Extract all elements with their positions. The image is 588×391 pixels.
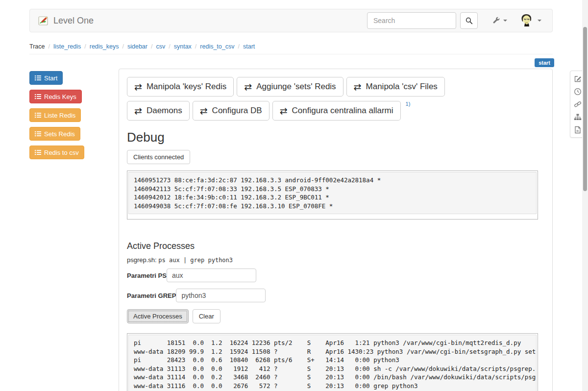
top-navbar: Level One <box>29 9 553 32</box>
debug-output-box: 1460951273 88:ce:fa:3d:2c:87 192.168.3.3… <box>127 171 538 220</box>
parametri-grep-label: Parametri GREP <box>127 292 176 299</box>
breadcrumb-link[interactable]: redis_to_csv <box>200 43 234 50</box>
nav-button[interactable]: ⇄ Configura centralina allarmi <box>272 101 401 121</box>
list-icon <box>35 94 41 99</box>
breadcrumb-link[interactable]: syntax <box>174 43 192 50</box>
avatar <box>520 13 534 28</box>
chevron-down-icon <box>538 20 541 22</box>
sidebar-item-label: Start <box>44 74 57 82</box>
nav-button[interactable]: ⇄ Daemons <box>127 101 190 121</box>
process-line: www-data 31114 0.0 0.2 3468 2460 ? S 20:… <box>134 373 531 382</box>
psgrep-description: psgrep.sh: ps aux | grep python3 <box>127 256 544 264</box>
nav-button-label: Daemons <box>147 106 182 116</box>
sidebar-item[interactable]: Redis Keys <box>29 90 82 103</box>
breadcrumb-separator: / <box>49 43 50 50</box>
exchange-icon: ⇄ <box>244 82 252 92</box>
sidebar-item-label: Liste Redis <box>44 112 75 119</box>
debug-output: 1460951273 88:ce:fa:3d:2c:87 192.168.3.3… <box>128 172 537 214</box>
process-output: pi 18151 0.0 1.2 16224 12236 pts/2 S Apr… <box>128 335 537 391</box>
active-processes-heading: Active Processes <box>127 241 544 251</box>
process-line: www-data 31113 0.0 0.0 1912 412 ? S 20:1… <box>134 365 531 373</box>
breadcrumb-link[interactable]: sidebar <box>127 43 147 50</box>
sitemap-icon[interactable] <box>573 113 582 121</box>
dokuwiki-logo-icon <box>37 15 49 26</box>
exchange-icon: ⇄ <box>280 106 288 116</box>
clients-connected-button[interactable]: Clients connected <box>127 150 190 164</box>
sidebar-item[interactable]: Redis to csv <box>29 146 84 159</box>
breadcrumb-prefix: Trace <box>29 43 45 50</box>
parametri-ps-input[interactable] <box>167 269 256 282</box>
psgrep-command: ps aux | grep python3 <box>158 257 233 264</box>
chevron-down-icon <box>503 20 507 22</box>
nav-button[interactable]: ⇄ Manipola 'csv' Files <box>346 77 445 97</box>
parametri-grep-row: Parametri GREP <box>127 289 544 302</box>
parametri-ps-row: Parametri PS <box>127 269 544 282</box>
clear-button[interactable]: Clear <box>193 309 220 323</box>
sidebar-item[interactable]: Start <box>29 71 63 85</box>
log-line: 1460949038 5c:cf:7f:07:08:fe 192.168.3.1… <box>134 202 531 211</box>
exchange-icon: ⇄ <box>134 106 142 116</box>
process-line: www-data 31116 0.0 0.0 2676 572 ? S 20:1… <box>134 382 531 391</box>
log-line: 1460942113 5c:cf:7f:07:08:33 192.168.3.5… <box>134 185 531 194</box>
wrench-icon <box>492 17 500 24</box>
user-dropdown[interactable] <box>520 13 541 28</box>
list-icon <box>35 131 41 137</box>
page-name-badge: start <box>535 58 554 67</box>
main-content-panel: ⇄ Manipola 'keys' Redis ⇄ Aggiunge 'sets… <box>119 69 553 391</box>
nav-button-label: Manipola 'keys' Redis <box>147 82 226 92</box>
breadcrumb-link[interactable]: liste_redis <box>53 43 81 50</box>
breadcrumb-separator: / <box>151 43 152 50</box>
log-line: 1460951273 88:ce:fa:3d:2c:87 192.168.3.3… <box>134 176 531 185</box>
process-line: www-data 18209 99.9 1.2 15924 11508 ? R … <box>134 347 531 356</box>
page: Level One <box>0 0 588 391</box>
site-title: Level One <box>53 16 94 26</box>
process-actions: Active Processes Clear <box>127 309 544 323</box>
log-line: 1460942012 18:fe:34:9b:c0:11 192.168.3.2… <box>134 193 531 202</box>
admin-tools-dropdown[interactable] <box>492 17 507 24</box>
exchange-icon: ⇄ <box>134 82 142 92</box>
list-icon <box>35 75 41 81</box>
breadcrumb-link[interactable]: csv <box>156 43 165 50</box>
list-icon <box>35 149 41 155</box>
search-icon <box>466 17 473 24</box>
sidebar-item[interactable]: Liste Redis <box>29 108 81 122</box>
nav-button[interactable]: ⇄ Manipola 'keys' Redis <box>127 77 234 97</box>
nav-button[interactable]: ⇄ Configura DB <box>193 101 270 121</box>
breadcrumb-separator: / <box>84 43 86 50</box>
search-button[interactable] <box>460 12 478 29</box>
breadcrumb: Trace/liste_redis/redis_keys/sidebar/csv… <box>29 43 553 54</box>
nav-button-row-2: ⇄ Daemons ⇄ Configura DB ⇄ Configura cen… <box>127 101 544 121</box>
active-processes-button[interactable]: Active Processes <box>127 309 189 323</box>
breadcrumb-separator: / <box>122 43 124 50</box>
breadcrumb-separator: / <box>238 43 240 50</box>
process-line: pi 18151 0.0 1.2 16224 12236 pts/2 S Apr… <box>134 339 531 347</box>
search-input[interactable] <box>367 12 456 29</box>
footnote-link[interactable]: 1) <box>406 101 411 107</box>
exchange-icon: ⇄ <box>200 106 208 116</box>
scrollbar-thumb[interactable] <box>583 27 587 191</box>
clock-icon[interactable] <box>573 87 582 96</box>
link-icon[interactable] <box>573 100 582 108</box>
nav-button-label: Manipola 'csv' Files <box>366 82 438 92</box>
brand[interactable]: Level One <box>37 15 94 26</box>
exchange-icon: ⇄ <box>354 82 362 92</box>
breadcrumb-link[interactable]: redis_keys <box>90 43 119 50</box>
sidebar-item-label: Redis to csv <box>44 149 79 156</box>
nav-button[interactable]: ⇄ Aggiunge 'sets' Redis <box>237 77 343 97</box>
process-line: pi 28423 0.0 0.6 10840 6268 pts/6 S+ 14:… <box>134 356 531 365</box>
nav-button-row-2-items: ⇄ Daemons ⇄ Configura DB ⇄ Configura cen… <box>127 101 401 121</box>
nav-button-row-1: ⇄ Manipola 'keys' Redis ⇄ Aggiunge 'sets… <box>127 77 544 97</box>
export-file-icon[interactable] <box>573 125 582 134</box>
breadcrumb-link[interactable]: start <box>243 43 255 50</box>
parametri-grep-input[interactable] <box>176 289 266 302</box>
breadcrumb-links: /liste_redis/redis_keys/sidebar/csv/synt… <box>45 43 255 50</box>
edit-icon[interactable] <box>573 74 582 83</box>
debug-heading: Debug <box>127 130 544 145</box>
list-icon <box>35 112 41 118</box>
breadcrumb-separator: / <box>169 43 170 50</box>
sidebar-item-label: Sets Redis <box>44 130 75 138</box>
sidebar-item[interactable]: Sets Redis <box>29 127 80 141</box>
nav-button-label: Configura centralina allarmi <box>292 106 393 116</box>
sidebar: Start Redis Keys <box>29 71 117 159</box>
process-output-box: pi 18151 0.0 1.2 16224 12236 pts/2 S Apr… <box>127 333 538 391</box>
